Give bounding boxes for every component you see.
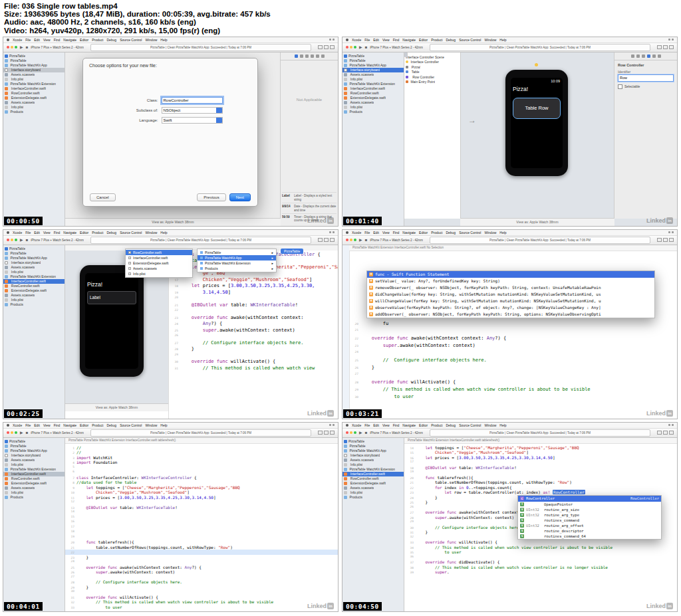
window-controls[interactable] [7,431,17,434]
window-controls[interactable] [7,239,17,241]
menu-item[interactable]: Help [499,38,506,42]
menu-item[interactable]: Editor [419,423,428,427]
menu-item[interactable]: Product [92,231,103,235]
navigator-file-row[interactable]: Interface.storyboard [3,260,65,265]
navigator-file-row[interactable]: PizzaTable [342,439,404,444]
source-editor-area[interactable]: PizzaTable WatchKit Extension InterfaceC… [342,245,677,419]
navigator-file-row[interactable]: Interface.storyboard [342,453,404,458]
navigator-file-row[interactable]: Interface.storyboard [3,68,65,72]
navigator-file-row[interactable]: RowController.swift [3,91,65,96]
source-editor-area[interactable]: PizzaTable WatchKit Extension InterfaceC… [404,438,677,611]
menu-item[interactable]: Edit [34,231,40,235]
menu-item[interactable]: File [25,231,31,235]
autocomplete-row[interactable]: V UInt32 routine_arg_type [518,512,661,518]
menu-item[interactable]: Find [54,423,61,427]
menu-item[interactable]: Navigate [63,38,76,42]
menu-file-item[interactable]: RowController.swift [126,250,192,255]
menu-item[interactable]: View [382,38,390,42]
menu-item[interactable]: File [25,423,31,427]
navigator-file-row[interactable]: Interface.storyboard [3,453,65,458]
run-button[interactable]: ▶ [359,45,362,49]
watch-title-label[interactable]: Pizza! [87,281,136,288]
table-row-object[interactable]: Table Row [513,98,561,119]
menu-item[interactable]: Source Control [459,423,481,427]
autocomplete-row[interactable]: S routine_descriptor [518,528,661,534]
apple-menu-icon[interactable] [7,231,9,234]
navigator-file-row[interactable]: Info.plist [342,77,404,82]
stop-button[interactable]: ■ [26,238,29,242]
navigator-file-row[interactable]: RowController.swift [3,284,65,288]
menu-item[interactable]: Product [92,423,103,427]
menu-item[interactable]: Help [160,423,167,427]
field-control[interactable]: NSObject [162,107,223,114]
menu-item[interactable]: File [364,423,370,427]
scene-outline-row[interactable]: Row Controller [404,74,460,80]
menu-file-item[interactable]: Info.plist [126,271,192,276]
menu-item[interactable]: Xcode [352,231,361,235]
menu-item[interactable]: View [43,423,51,427]
menu-item[interactable]: Source Control [459,231,481,235]
menu-item[interactable]: Navigate [402,423,416,427]
menu-item[interactable]: Navigate [63,423,76,427]
menu-item[interactable]: Find [393,38,400,42]
menu-item[interactable]: Window [145,423,157,427]
cancel-button[interactable]: Cancel [90,193,116,201]
navigator-file-row[interactable]: Assets.xcassets [3,458,65,462]
watch-title-label[interactable]: Pizza! [513,86,561,92]
editor-toggle-buttons[interactable] [657,45,674,49]
navigator-file-row[interactable]: PizzaTable [3,58,65,63]
menu-item[interactable]: Find [54,231,61,235]
menu-item[interactable]: Window [484,38,496,42]
navigator-file-row[interactable]: PizzaTable WatchKit App [342,449,404,453]
navigator-file-row[interactable]: InterfaceController.swift [3,86,65,91]
library-item[interactable]: 9/9/14 Date - Displays the current date … [282,203,337,213]
navigator-file-row[interactable]: PizzaTable WatchKit Extension [342,467,404,472]
window-controls[interactable] [346,46,356,49]
autocomplete-row[interactable]: M didChangeValue(forKey key: String, wit… [367,291,654,298]
navigator-file-row[interactable]: Info.plist [3,270,65,274]
navigator-file-row[interactable]: Info.plist [3,298,65,302]
jump-bar[interactable]: PizzaTable WatchKit Extension InterfaceC… [404,438,677,444]
source-editor[interactable]: 1// 2// 3import WatchKit 4import Foundat… [65,444,338,611]
navigator-file-row[interactable]: PizzaTable [342,444,404,449]
navigator-file-row[interactable]: PizzaTable [342,58,404,63]
view-as-label[interactable]: View as: Apple Watch 38mm [96,405,138,409]
field-control[interactable]: Swift [162,117,223,124]
stop-button[interactable]: ■ [365,45,368,49]
navigator-file-row[interactable]: ExtensionDelegate.swift [3,481,65,486]
menu-item[interactable]: Edit [373,423,379,427]
menu-file-item[interactable]: InterfaceController.swift [126,255,192,260]
navigator-file-row[interactable]: ExtensionDelegate.swift [3,96,65,100]
menu-item[interactable]: View [43,231,51,235]
autocomplete-row[interactable]: M removeObserver(_ observer: NSObject, f… [367,284,654,291]
field-control[interactable]: RowController [162,97,223,104]
menu-item[interactable]: Product [431,38,442,42]
menu-item[interactable]: Editor [419,38,428,42]
window-controls[interactable] [7,46,17,49]
navigator-file-row[interactable]: PizzaTable [3,54,65,58]
scheme-selector[interactable]: iPhone 7 Plus + Watch Series 2 - 42mm [370,46,423,49]
menu-item[interactable]: Edit [373,231,379,235]
navigator-file-row[interactable]: InterfaceController.swift [342,472,404,476]
menu-item[interactable]: Navigate [402,231,416,235]
navigator-file-row[interactable]: ExtensionDelegate.swift [342,481,404,486]
checkbox-icon[interactable] [618,84,622,89]
navigator-file-row[interactable]: Info.plist [342,105,404,110]
navigator-file-row[interactable]: Products [3,495,65,500]
source-editor[interactable]: 20 fu 21 22 override func awake(withCont… [349,320,677,419]
scene-outline-row[interactable]: Pizza! [404,64,460,70]
menu-item[interactable]: Find [393,423,400,427]
apple-menu-icon[interactable] [346,424,348,427]
navigator-file-row[interactable]: PizzaTable WatchKit App [3,63,65,68]
autocomplete-row[interactable]: S routines_command [518,518,661,523]
menu-item[interactable]: Help [499,231,506,235]
navigator-file-row[interactable]: Info.plist [342,490,404,495]
navigator-file-row[interactable]: PizzaTable [3,251,65,256]
autocomplete-row[interactable]: V UInt32 routine_arg_size [518,507,661,512]
navigator-file-row[interactable]: PizzaTable WatchKit App [3,449,65,453]
menu-item[interactable]: Source Control [459,38,481,42]
navigator-file-row[interactable]: Assets.xcassets [342,72,404,77]
menu-item[interactable]: Help [160,231,167,235]
previous-button[interactable]: Previous [197,193,225,201]
menu-item[interactable]: Edit [34,38,40,42]
